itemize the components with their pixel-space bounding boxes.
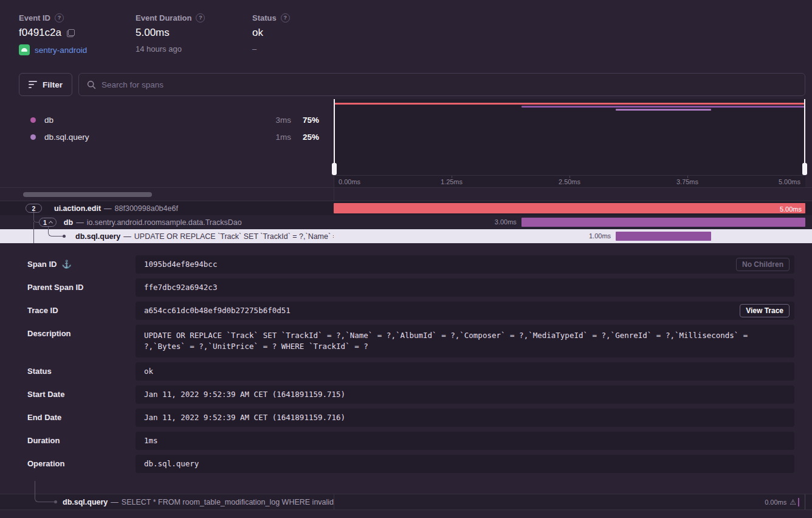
view-trace-button[interactable]: View Trace (740, 304, 790, 317)
span-bar[interactable] (521, 218, 805, 227)
span-row-db[interactable]: 1 db—io.sentry.android.roomsample.data.T… (0, 215, 812, 229)
span-desc: io.sentry.android.roomsample.data.Tracks… (87, 218, 242, 227)
span-bar (798, 498, 799, 506)
minimap-left-handle[interactable] (334, 99, 335, 175)
axis-tick-label: 1.25ms (441, 176, 463, 188)
filter-button[interactable]: Filter (19, 73, 72, 96)
span-duration: 3.00ms (495, 215, 517, 229)
span-duration: 5.00ms (780, 205, 805, 213)
op-percent: 25% (291, 133, 319, 142)
detail-row-description: Description UPDATE OR REPLACE `Track` SE… (0, 325, 812, 357)
detail-value: db.sql.query (144, 459, 199, 468)
time-axis: 0.00ms 1.25ms 2.50ms 3.75ms 5.00ms (334, 175, 805, 187)
detail-row-operation: Operation db.sql.query (0, 455, 812, 473)
detail-value-box: Jan 11, 2022 9:52:39 AM CET (1641891159.… (136, 385, 794, 404)
span-bar[interactable] (616, 232, 711, 241)
detail-label: Status (27, 367, 52, 376)
span-desc: 88f300998a0b4e6f (115, 204, 178, 213)
detail-label: Span ID (27, 260, 57, 269)
op-color-dot (30, 134, 36, 140)
detail-label: End Date (27, 413, 61, 422)
detail-row-status: Status ok (0, 362, 812, 381)
detail-value: UPDATE OR REPLACE `Track` SET `TrackId` … (144, 331, 748, 351)
help-icon[interactable]: ? (196, 13, 205, 22)
detail-label: Parent Span ID (27, 283, 83, 292)
tree-scrollbar-track (0, 187, 812, 201)
detail-value-box: Jan 11, 2022 9:52:39 AM CET (1641891159.… (136, 409, 794, 427)
event-id-label-row: Event ID ? (19, 13, 136, 22)
help-icon[interactable]: ? (281, 13, 290, 22)
children-count-pill[interactable]: 1 (39, 218, 57, 227)
span-bar[interactable]: 5.00ms (334, 203, 805, 213)
anchor-icon[interactable]: ⚓ (61, 260, 71, 269)
span-op: db.sql.query (75, 232, 120, 241)
detail-value: ok (144, 367, 153, 376)
detail-value-box: ok (136, 362, 794, 381)
detail-row-trace-id: Trace ID a654cc61dc0b48ef9d0b27275b6f0d5… (0, 302, 812, 320)
detail-value: Jan 11, 2022 9:52:39 AM CET (1641891159.… (144, 390, 345, 399)
span-row-ui-action-edit[interactable]: 2 ui.action.edit—88f300998a0b4e6f 5.00ms (0, 201, 812, 215)
op-duration: 3ms (275, 116, 291, 125)
event-id-value: f0491c2a (19, 27, 61, 39)
project-link[interactable]: sentry-android (35, 46, 87, 55)
op-percent: 75% (291, 116, 319, 125)
trace-minimap[interactable] (334, 99, 805, 175)
detail-value: ffe7dbc92a6942c3 (144, 283, 217, 292)
detail-value: a654cc61dc0b48ef9d0b27275b6f0d51 (144, 306, 291, 315)
toolbar: Filter (19, 73, 805, 96)
tree-connector-dot (63, 235, 66, 238)
detail-value-box: ffe7dbc92a6942c3 (136, 278, 794, 297)
op-duration: 1ms (275, 133, 291, 142)
span-desc: UPDATE OR REPLACE `Track` SET `TrackId` … (134, 232, 334, 241)
search-input[interactable] (102, 80, 797, 89)
axis-tick-label: 2.50ms (559, 176, 580, 188)
copy-icon[interactable] (67, 29, 75, 37)
children-count-pill[interactable]: 2 (26, 204, 42, 213)
detail-label: Trace ID (27, 306, 58, 315)
search-icon (87, 80, 96, 89)
detail-row-parent-span-id: Parent Span ID ffe7dbc92a6942c3 (0, 278, 812, 297)
breakdown-row-db-sql-query[interactable]: db.sql.query 1ms 25% (0, 128, 334, 145)
panel-right-edge (805, 494, 805, 509)
no-children-button[interactable]: No Children (736, 258, 790, 271)
help-icon[interactable]: ? (55, 13, 64, 22)
axis-tick-label: 5.00ms (779, 176, 800, 188)
operations-breakdown: db 3ms 75% db.sql.query 1ms 25% (0, 99, 334, 175)
event-id-field: Event ID ? f0491c2a sentry-android (19, 13, 136, 55)
event-header: Event ID ? f0491c2a sentry-android Event… (19, 13, 290, 55)
detail-value: 1095bd4ef8e94bcc (144, 260, 217, 269)
breakdown-row-db[interactable]: db 3ms 75% (0, 111, 334, 128)
detail-label: Description (27, 329, 71, 338)
event-duration-value: 5.00ms (136, 27, 170, 39)
status-sub: – (252, 44, 256, 54)
detail-row-start-date: Start Date Jan 11, 2022 9:52:39 AM CET (… (0, 385, 812, 404)
event-id-label: Event ID (19, 13, 50, 22)
span-search (78, 73, 805, 96)
detail-value-box: a654cc61dc0b48ef9d0b27275b6f0d51 View Tr… (136, 302, 794, 320)
detail-label: Operation (27, 459, 64, 468)
span-row-db-sql-query-selected[interactable]: db.sql.query—UPDATE OR REPLACE `Track` S… (0, 229, 812, 243)
chevron-up-icon (49, 221, 53, 225)
detail-row-duration: Duration 1ms (0, 432, 812, 450)
tree-connector (33, 222, 34, 243)
detail-value: 1ms (144, 436, 158, 445)
event-age: 14 hours ago (136, 44, 182, 54)
span-details-panel: Span ID ⚓ 1095bd4ef8e94bcc No Children P… (0, 255, 812, 478)
span-duration: 1.00ms (589, 229, 611, 243)
detail-value-box: 1095bd4ef8e94bcc No Children (136, 255, 794, 274)
span-op: db (64, 218, 73, 227)
detail-row-span-id: Span ID ⚓ 1095bd4ef8e94bcc No Children (0, 255, 812, 274)
axis-tick-label: 3.75ms (676, 176, 698, 188)
span-op: db.sql.query (63, 498, 108, 506)
detail-value-box: UPDATE OR REPLACE `Track` SET `TrackId` … (136, 325, 794, 357)
detail-value-box: 1ms (136, 432, 794, 450)
tree-timeline-divider (334, 494, 334, 509)
tree-scrollbar-thumb[interactable] (23, 192, 152, 197)
op-name: db (44, 116, 53, 125)
filter-icon (29, 81, 37, 88)
minimap-right-handle[interactable] (804, 99, 805, 175)
span-duration: 0.00ms (765, 499, 786, 506)
detail-value: Jan 11, 2022 9:52:39 AM CET (1641891159.… (144, 413, 345, 422)
span-row-select-query[interactable]: db.sql.query—SELECT * FROM room_table_mo… (0, 494, 812, 510)
warning-icon[interactable]: ⚠ (790, 498, 796, 506)
